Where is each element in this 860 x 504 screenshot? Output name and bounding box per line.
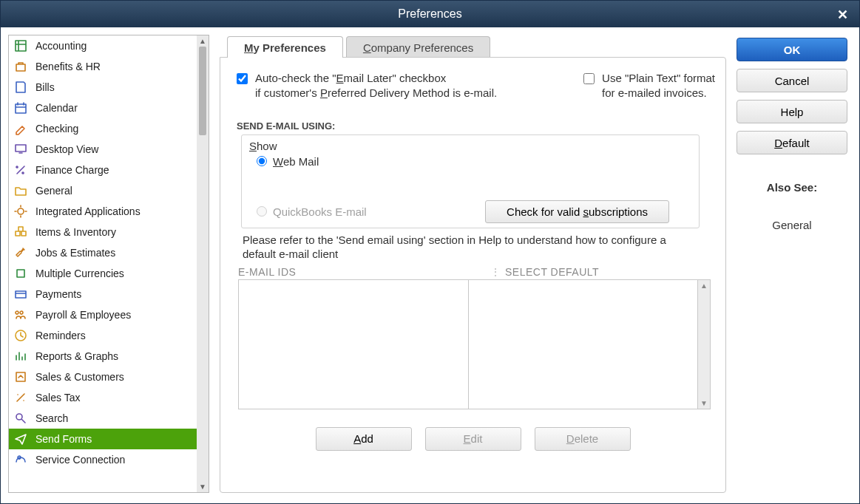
sidebar-item-benefits-hr[interactable]: Benefits & HR xyxy=(9,56,197,77)
sidebar-item-label: Jobs & Estimates xyxy=(35,247,115,259)
tab-page: Auto-check the "Email Later" checkbox if… xyxy=(220,57,726,493)
sidebar-item-checking[interactable]: Checking xyxy=(9,118,197,139)
sidebar-item-general[interactable]: General xyxy=(9,180,197,201)
wrench-icon xyxy=(13,246,28,259)
tab-company-preferences[interactable]: Company Preferences xyxy=(346,36,490,58)
autocheck-email-later-input[interactable] xyxy=(237,73,248,84)
sidebar-item-multiple-currencies[interactable]: Multiple Currencies xyxy=(9,263,197,284)
tab-bar: My Preferences Company Preferences xyxy=(227,35,726,57)
email-grid-headers: E-MAIL IDS ⋮ SELECT DEFAULT xyxy=(238,266,711,278)
sidebar-item-label: Sales & Customers xyxy=(35,371,124,383)
chart-icon xyxy=(13,350,28,363)
sidebar-item-send-forms[interactable]: Send Forms xyxy=(9,429,197,449)
sidebar-scrollbar[interactable]: ▲ ▼ xyxy=(197,35,209,492)
sidebar-item-reports-graphs[interactable]: Reports & Graphs xyxy=(9,346,197,367)
sidebar-item-payments[interactable]: Payments xyxy=(9,284,197,304)
sidebar-item-sales-customers[interactable]: Sales & Customers xyxy=(9,367,197,387)
scroll-down-icon[interactable]: ▼ xyxy=(199,483,206,491)
add-button[interactable]: Add xyxy=(316,427,412,451)
sidebar-item-sales-tax[interactable]: Sales Tax xyxy=(9,387,197,408)
sidebar-item-service-connection[interactable]: Service Connection xyxy=(9,449,197,470)
card-icon xyxy=(13,287,28,301)
sidebar-item-integrated-applications[interactable]: Integrated Applications xyxy=(9,201,197,222)
close-icon[interactable]: ✕ xyxy=(834,7,850,23)
delete-button: Delete xyxy=(535,427,631,451)
sidebar-item-label: Checking xyxy=(35,123,78,134)
sidebar-item-label: Payments xyxy=(35,288,81,300)
sidebar-item-label: Items & Inventory xyxy=(35,226,116,238)
percent-icon xyxy=(13,163,28,177)
tax-icon xyxy=(13,391,28,404)
sidebar-item-desktop-view[interactable]: Desktop View xyxy=(9,139,197,160)
top-checkboxes-row: Auto-check the "Email Later" checkbox if… xyxy=(231,71,715,101)
clock-icon xyxy=(13,329,28,342)
briefcase-icon xyxy=(13,60,28,73)
bill-icon xyxy=(13,81,28,94)
dialog-body: AccountingBenefits & HRBillsCalendarChec… xyxy=(1,27,859,503)
sidebar-item-label: Reminders xyxy=(35,330,86,341)
sidebar-item-label: Integrated Applications xyxy=(35,205,140,217)
edit-button: Edit xyxy=(425,427,521,451)
preferences-dialog: Preferences ✕ AccountingBenefits & HRBil… xyxy=(0,0,860,504)
calendar-icon xyxy=(13,101,28,115)
sidebar-item-search[interactable]: Search xyxy=(9,408,197,429)
sidebar-item-label: Send Forms xyxy=(35,433,92,445)
default-button[interactable]: Default xyxy=(737,131,847,154)
select-default-column[interactable] xyxy=(469,280,699,409)
email-ids-column[interactable] xyxy=(239,280,469,409)
currency-icon xyxy=(13,267,28,280)
send-email-heading: SEND E-MAIL USING: xyxy=(237,120,715,132)
also-see-general-link[interactable]: General xyxy=(737,219,847,231)
cancel-button[interactable]: Cancel xyxy=(737,69,847,92)
ok-button[interactable]: OK xyxy=(737,38,847,61)
right-column: OK Cancel Help Default Also See: General xyxy=(737,35,847,493)
sidebar-item-accounting[interactable]: Accounting xyxy=(9,35,197,56)
folder-icon xyxy=(13,184,28,197)
sidebar-item-reminders[interactable]: Reminders xyxy=(9,325,197,346)
radio-web-mail[interactable]: Web Mail xyxy=(257,155,691,168)
help-button[interactable]: Help xyxy=(737,100,847,123)
sidebar-item-payroll-employees[interactable]: Payroll & Employees xyxy=(9,304,197,325)
sidebar-item-label: General xyxy=(35,185,72,197)
search-icon xyxy=(13,412,28,425)
sidebar-item-label: Multiple Currencies xyxy=(35,268,124,279)
ledger-icon xyxy=(13,39,28,52)
scroll-thumb[interactable] xyxy=(199,47,206,135)
also-see-heading: Also See: xyxy=(737,181,847,194)
grid-scroll-up-icon[interactable]: ▲ xyxy=(700,282,708,290)
col-select-default: SELECT DEFAULT xyxy=(505,266,711,278)
email-grid[interactable]: ▲ ▼ xyxy=(238,279,711,409)
help-note: Please refer to the 'Send email using' s… xyxy=(243,233,679,262)
radio-quickbooks-email: QuickBooks E-mail xyxy=(257,205,367,218)
sidebar-item-calendar[interactable]: Calendar xyxy=(9,98,197,118)
sidebar-item-label: Desktop View xyxy=(35,143,98,155)
sidebar-item-label: Accounting xyxy=(35,40,87,52)
grid-scroll-down-icon[interactable]: ▼ xyxy=(700,399,708,407)
scroll-up-icon[interactable]: ▲ xyxy=(199,37,206,45)
check-subscriptions-button[interactable]: Check for valid subscriptions xyxy=(485,200,669,223)
sidebar-item-items-inventory[interactable]: Items & Inventory xyxy=(9,222,197,242)
service-icon xyxy=(13,453,28,466)
email-actions-row: Add Edit Delete xyxy=(231,427,715,451)
send-email-group: Show Web Mail QuickBooks E-mail Check fo… xyxy=(241,134,700,228)
titlebar: Preferences ✕ xyxy=(1,1,859,27)
people-icon xyxy=(13,308,28,321)
qb-email-row: QuickBooks E-mail Check for valid subscr… xyxy=(249,200,691,223)
col-email-ids: E-MAIL IDS xyxy=(238,266,486,278)
sidebar-item-label: Service Connection xyxy=(35,454,125,466)
grid-scrollbar[interactable]: ▲ ▼ xyxy=(698,280,710,409)
sidebar-item-label: Finance Charge xyxy=(35,164,109,176)
autocheck-email-later-checkbox[interactable]: Auto-check the "Email Later" checkbox if… xyxy=(237,71,497,101)
radio-web-mail-input[interactable] xyxy=(257,156,267,166)
sidebar-item-label: Sales Tax xyxy=(35,392,80,403)
gear-icon xyxy=(13,205,28,218)
plain-text-input[interactable] xyxy=(583,73,595,84)
sidebar-item-label: Calendar xyxy=(35,102,78,114)
sidebar-item-bills[interactable]: Bills xyxy=(9,77,197,98)
sidebar-item-finance-charge[interactable]: Finance Charge xyxy=(9,160,197,180)
tab-my-preferences[interactable]: My Preferences xyxy=(227,36,343,58)
plain-text-checkbox[interactable]: Use "Plain Text" format for e-mailed inv… xyxy=(583,71,715,101)
sidebar-item-label: Payroll & Employees xyxy=(35,309,131,321)
sidebar-item-jobs-estimates[interactable]: Jobs & Estimates xyxy=(9,242,197,263)
dialog-title: Preferences xyxy=(398,7,461,21)
